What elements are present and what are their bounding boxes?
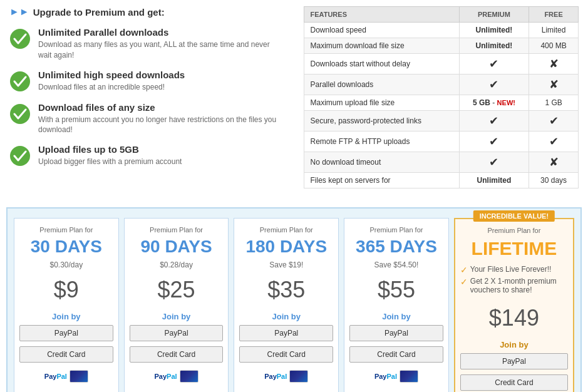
plans-section: Premium Plan for 30 DAYS $0.30/day $9 Jo… [6, 207, 582, 392]
svg-point-2 [10, 104, 30, 124]
feature-label: Remote FTP & HTTP uploads [304, 132, 459, 152]
plan-price-365: $55 [378, 277, 415, 303]
feature-label: Download speed [304, 23, 459, 38]
upgrade-title: Upgrade to Premium and get: [33, 7, 165, 18]
plan-for-365: Premium Plan for [369, 226, 423, 234]
paypal-button-90[interactable]: PayPal [130, 325, 224, 341]
plan-sub-30: $0.30/day [49, 260, 83, 271]
plan-card-90days: Premium Plan for 90 DAYS $0.28/day $25 J… [124, 218, 229, 392]
paypal-button-180[interactable]: PayPal [239, 325, 333, 341]
comparison-table: FEATURES PREMIUM FREE Download speed Unl… [304, 6, 579, 188]
table-row: Parallel downloads ✔ ✘ [304, 75, 579, 95]
arrow-icon: ►► [9, 6, 29, 18]
col-header-premium: PREMIUM [459, 7, 529, 23]
feature-desc-size: With a premium account you no longer hav… [38, 115, 285, 136]
join-by-365: Join by [382, 312, 411, 321]
plan-days-365: 365 DAYS [356, 237, 437, 257]
bullet-text-1: Your Files Live Forever!! [470, 265, 552, 274]
premium-value: Unlimited! [459, 38, 529, 54]
premium-check: ✔ [459, 152, 529, 173]
credit-card-button-lifetime[interactable]: Credit Card [460, 374, 568, 391]
paypal-button-lifetime[interactable]: PayPal [460, 353, 568, 369]
feature-desc-speed: Download files at an incredible speed! [38, 82, 185, 93]
feature-item-upload: Upload files up to 5GB Upload bigger fil… [9, 144, 285, 168]
plan-for-180: Premium Plan for [260, 226, 313, 234]
feature-label: Downloads start without delay [304, 54, 459, 75]
plan-card-365days: Premium Plan for 365 DAYS Save $54.50! $… [344, 218, 449, 392]
table-row: Files kept on servers for Unlimited 30 d… [304, 173, 579, 188]
svg-point-3 [10, 146, 30, 166]
premium-check: ✔ [459, 132, 529, 152]
paypal-button-365[interactable]: PayPal [349, 325, 443, 341]
credit-card-button-90[interactable]: Credit Card [130, 346, 224, 363]
free-value: Limited [529, 23, 579, 38]
feature-label: Secure, password-protected links [304, 111, 459, 132]
col-header-free: FREE [529, 7, 579, 23]
feature-label: Maximum download file size [304, 38, 459, 54]
check-icon-upload [9, 145, 32, 168]
join-by-180: Join by [272, 312, 301, 321]
plan-for-90: Premium Plan for [150, 226, 203, 234]
feature-title-speed: Unlimited high speed downloads [38, 70, 185, 80]
plan-days-180: 180 DAYS [245, 237, 327, 257]
credit-card-button-180[interactable]: Credit Card [239, 346, 333, 363]
paypal-logo-365: PayPal [374, 373, 397, 380]
plan-sub-365: Save $54.50! [374, 260, 419, 271]
feature-text-size: Download files of any size With a premiu… [38, 102, 285, 136]
card-icon-180 [289, 370, 308, 383]
plan-days-90: 90 DAYS [140, 237, 212, 257]
paypal-logo-row-90: PayPal [155, 370, 199, 383]
feature-text-parallel: Unlimited Parallel downloads Download as… [38, 27, 285, 61]
check-icon-parallel [9, 28, 32, 51]
premium-value: Unlimited! [459, 23, 529, 38]
plan-price-180: $35 [267, 277, 305, 303]
join-by-lifetime: Join by [500, 340, 529, 349]
credit-card-button-365[interactable]: Credit Card [349, 346, 443, 363]
lifetime-bullets: ✓ Your Files Live Forever!! ✓ Get 2 X 1-… [460, 265, 568, 296]
premium-check: ✔ [459, 75, 529, 95]
col-header-features: FEATURES [304, 7, 459, 23]
table-row: Secure, password-protected links ✔ ✔ [304, 111, 579, 132]
card-icon-365 [400, 370, 418, 383]
free-cross: ✘ [529, 152, 579, 173]
feature-text-speed: Unlimited high speed downloads Download … [38, 70, 185, 93]
paypal-logo-row-365: PayPal [374, 370, 418, 383]
plan-card-180days: Premium Plan for 180 DAYS Save $19! $35 … [234, 218, 339, 392]
check-icon-size [9, 103, 32, 126]
premium-check: ✔ [459, 111, 529, 132]
table-row: Maximum upload file size 5 GB - NEW! 1 G… [304, 95, 579, 111]
paypal-logo-30: PayPal [44, 373, 67, 380]
plan-card-30days: Premium Plan for 30 DAYS $0.30/day $9 Jo… [14, 218, 119, 392]
feature-title-upload: Upload files up to 5GB [38, 144, 182, 155]
paypal-logo-row-180: PayPal [264, 370, 308, 383]
paypal-logo-180: PayPal [264, 373, 287, 380]
table-row: Remote FTP & HTTP uploads ✔ ✔ [304, 132, 579, 152]
plan-sub-90: $0.28/day [160, 260, 193, 271]
feature-item-speed: Unlimited high speed downloads Download … [9, 70, 285, 93]
table-row: No download timeout ✔ ✘ [304, 152, 579, 173]
bullet-icon-2: ✓ [460, 277, 468, 287]
premium-value: Unlimited [459, 173, 529, 188]
table-row: Downloads start without delay ✔ ✘ [304, 54, 579, 75]
lifetime-bullet-1: ✓ Your Files Live Forever!! [460, 265, 568, 275]
free-cross: ✘ [529, 54, 579, 75]
feature-item-parallel: Unlimited Parallel downloads Download as… [9, 27, 285, 61]
bullet-text-2: Get 2 X 1-month premium vouchers to shar… [470, 277, 568, 294]
credit-card-button-30[interactable]: Credit Card [19, 346, 113, 363]
feature-label: Files kept on servers for [304, 173, 459, 188]
card-icon-90 [180, 370, 199, 383]
paypal-logo-row-30: PayPal [44, 370, 88, 383]
free-value: 30 days [529, 173, 579, 188]
join-by-90: Join by [162, 312, 191, 321]
bullet-icon-1: ✓ [460, 265, 468, 275]
free-value: 400 MB [529, 38, 579, 54]
paypal-button-30[interactable]: PayPal [19, 325, 113, 341]
plan-sub-180: Save $19! [269, 260, 303, 271]
feature-label: No download timeout [304, 152, 459, 173]
free-cross: ✘ [529, 75, 579, 95]
plan-for-30: Premium Plan for [39, 226, 93, 234]
feature-desc-upload: Upload bigger files with a premium accou… [38, 157, 182, 167]
check-icon-speed [9, 71, 32, 93]
free-check: ✔ [529, 111, 579, 132]
feature-desc-parallel: Download as many files as you want, ALL … [38, 39, 285, 61]
